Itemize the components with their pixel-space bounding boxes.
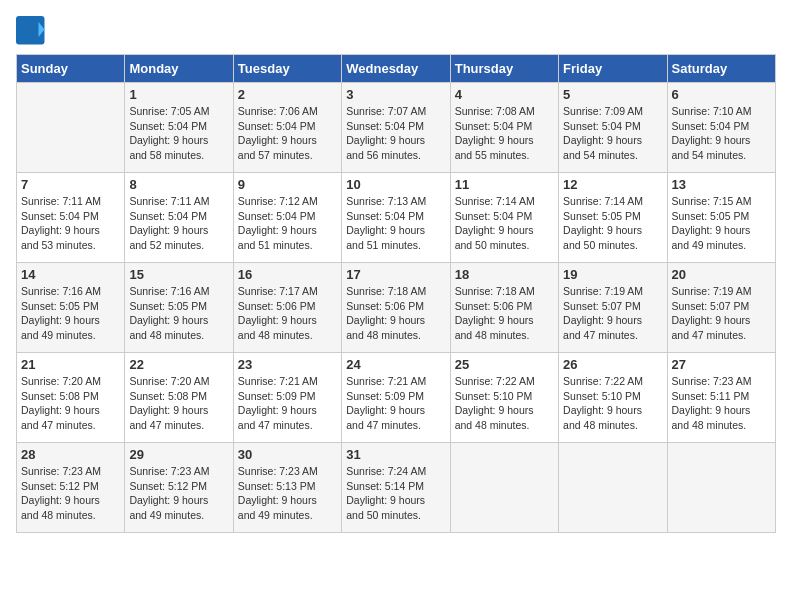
calendar-cell: 15Sunrise: 7:16 AM Sunset: 5:05 PM Dayli… (125, 263, 233, 353)
calendar-week-3: 14Sunrise: 7:16 AM Sunset: 5:05 PM Dayli… (17, 263, 776, 353)
day-info: Sunrise: 7:12 AM Sunset: 5:04 PM Dayligh… (238, 194, 337, 253)
calendar-week-5: 28Sunrise: 7:23 AM Sunset: 5:12 PM Dayli… (17, 443, 776, 533)
day-number: 23 (238, 357, 337, 372)
day-info: Sunrise: 7:10 AM Sunset: 5:04 PM Dayligh… (672, 104, 771, 163)
day-number: 6 (672, 87, 771, 102)
calendar-cell: 10Sunrise: 7:13 AM Sunset: 5:04 PM Dayli… (342, 173, 450, 263)
day-number: 11 (455, 177, 554, 192)
day-info: Sunrise: 7:19 AM Sunset: 5:07 PM Dayligh… (672, 284, 771, 343)
day-info: Sunrise: 7:19 AM Sunset: 5:07 PM Dayligh… (563, 284, 662, 343)
calendar-cell: 12Sunrise: 7:14 AM Sunset: 5:05 PM Dayli… (559, 173, 667, 263)
day-info: Sunrise: 7:18 AM Sunset: 5:06 PM Dayligh… (455, 284, 554, 343)
logo (16, 16, 50, 46)
day-info: Sunrise: 7:24 AM Sunset: 5:14 PM Dayligh… (346, 464, 445, 523)
calendar-cell: 11Sunrise: 7:14 AM Sunset: 5:04 PM Dayli… (450, 173, 558, 263)
calendar-cell: 9Sunrise: 7:12 AM Sunset: 5:04 PM Daylig… (233, 173, 341, 263)
day-info: Sunrise: 7:09 AM Sunset: 5:04 PM Dayligh… (563, 104, 662, 163)
day-info: Sunrise: 7:14 AM Sunset: 5:05 PM Dayligh… (563, 194, 662, 253)
calendar-cell: 23Sunrise: 7:21 AM Sunset: 5:09 PM Dayli… (233, 353, 341, 443)
day-number: 27 (672, 357, 771, 372)
day-number: 7 (21, 177, 120, 192)
calendar-cell: 13Sunrise: 7:15 AM Sunset: 5:05 PM Dayli… (667, 173, 775, 263)
calendar-cell: 31Sunrise: 7:24 AM Sunset: 5:14 PM Dayli… (342, 443, 450, 533)
calendar-cell (450, 443, 558, 533)
calendar-table: SundayMondayTuesdayWednesdayThursdayFrid… (16, 54, 776, 533)
day-info: Sunrise: 7:08 AM Sunset: 5:04 PM Dayligh… (455, 104, 554, 163)
calendar-cell: 27Sunrise: 7:23 AM Sunset: 5:11 PM Dayli… (667, 353, 775, 443)
day-number: 20 (672, 267, 771, 282)
day-info: Sunrise: 7:16 AM Sunset: 5:05 PM Dayligh… (21, 284, 120, 343)
header-tuesday: Tuesday (233, 55, 341, 83)
day-info: Sunrise: 7:23 AM Sunset: 5:12 PM Dayligh… (21, 464, 120, 523)
day-info: Sunrise: 7:11 AM Sunset: 5:04 PM Dayligh… (129, 194, 228, 253)
day-number: 31 (346, 447, 445, 462)
day-info: Sunrise: 7:23 AM Sunset: 5:11 PM Dayligh… (672, 374, 771, 433)
logo-icon (16, 16, 46, 46)
calendar-week-2: 7Sunrise: 7:11 AM Sunset: 5:04 PM Daylig… (17, 173, 776, 263)
day-info: Sunrise: 7:18 AM Sunset: 5:06 PM Dayligh… (346, 284, 445, 343)
day-info: Sunrise: 7:17 AM Sunset: 5:06 PM Dayligh… (238, 284, 337, 343)
day-number: 22 (129, 357, 228, 372)
day-number: 12 (563, 177, 662, 192)
calendar-header-row: SundayMondayTuesdayWednesdayThursdayFrid… (17, 55, 776, 83)
day-info: Sunrise: 7:20 AM Sunset: 5:08 PM Dayligh… (21, 374, 120, 433)
calendar-cell: 6Sunrise: 7:10 AM Sunset: 5:04 PM Daylig… (667, 83, 775, 173)
calendar-cell: 2Sunrise: 7:06 AM Sunset: 5:04 PM Daylig… (233, 83, 341, 173)
day-number: 3 (346, 87, 445, 102)
calendar-cell: 29Sunrise: 7:23 AM Sunset: 5:12 PM Dayli… (125, 443, 233, 533)
day-number: 29 (129, 447, 228, 462)
calendar-cell: 18Sunrise: 7:18 AM Sunset: 5:06 PM Dayli… (450, 263, 558, 353)
day-number: 9 (238, 177, 337, 192)
day-info: Sunrise: 7:15 AM Sunset: 5:05 PM Dayligh… (672, 194, 771, 253)
header-wednesday: Wednesday (342, 55, 450, 83)
day-number: 4 (455, 87, 554, 102)
day-info: Sunrise: 7:16 AM Sunset: 5:05 PM Dayligh… (129, 284, 228, 343)
day-info: Sunrise: 7:23 AM Sunset: 5:13 PM Dayligh… (238, 464, 337, 523)
day-info: Sunrise: 7:21 AM Sunset: 5:09 PM Dayligh… (346, 374, 445, 433)
calendar-cell: 20Sunrise: 7:19 AM Sunset: 5:07 PM Dayli… (667, 263, 775, 353)
calendar-cell (17, 83, 125, 173)
day-number: 26 (563, 357, 662, 372)
day-info: Sunrise: 7:05 AM Sunset: 5:04 PM Dayligh… (129, 104, 228, 163)
day-info: Sunrise: 7:20 AM Sunset: 5:08 PM Dayligh… (129, 374, 228, 433)
calendar-cell: 1Sunrise: 7:05 AM Sunset: 5:04 PM Daylig… (125, 83, 233, 173)
day-info: Sunrise: 7:11 AM Sunset: 5:04 PM Dayligh… (21, 194, 120, 253)
calendar-cell: 22Sunrise: 7:20 AM Sunset: 5:08 PM Dayli… (125, 353, 233, 443)
calendar-cell: 28Sunrise: 7:23 AM Sunset: 5:12 PM Dayli… (17, 443, 125, 533)
page-header (16, 16, 776, 46)
day-number: 15 (129, 267, 228, 282)
day-number: 14 (21, 267, 120, 282)
calendar-cell: 30Sunrise: 7:23 AM Sunset: 5:13 PM Dayli… (233, 443, 341, 533)
day-info: Sunrise: 7:13 AM Sunset: 5:04 PM Dayligh… (346, 194, 445, 253)
calendar-cell (559, 443, 667, 533)
day-number: 19 (563, 267, 662, 282)
day-info: Sunrise: 7:22 AM Sunset: 5:10 PM Dayligh… (563, 374, 662, 433)
day-number: 2 (238, 87, 337, 102)
header-friday: Friday (559, 55, 667, 83)
calendar-cell: 14Sunrise: 7:16 AM Sunset: 5:05 PM Dayli… (17, 263, 125, 353)
day-number: 17 (346, 267, 445, 282)
calendar-cell: 21Sunrise: 7:20 AM Sunset: 5:08 PM Dayli… (17, 353, 125, 443)
day-number: 1 (129, 87, 228, 102)
day-number: 25 (455, 357, 554, 372)
day-info: Sunrise: 7:22 AM Sunset: 5:10 PM Dayligh… (455, 374, 554, 433)
header-sunday: Sunday (17, 55, 125, 83)
calendar-cell: 7Sunrise: 7:11 AM Sunset: 5:04 PM Daylig… (17, 173, 125, 263)
calendar-cell: 19Sunrise: 7:19 AM Sunset: 5:07 PM Dayli… (559, 263, 667, 353)
day-number: 10 (346, 177, 445, 192)
calendar-cell: 16Sunrise: 7:17 AM Sunset: 5:06 PM Dayli… (233, 263, 341, 353)
day-number: 16 (238, 267, 337, 282)
calendar-week-1: 1Sunrise: 7:05 AM Sunset: 5:04 PM Daylig… (17, 83, 776, 173)
day-number: 30 (238, 447, 337, 462)
calendar-cell: 26Sunrise: 7:22 AM Sunset: 5:10 PM Dayli… (559, 353, 667, 443)
calendar-cell: 24Sunrise: 7:21 AM Sunset: 5:09 PM Dayli… (342, 353, 450, 443)
day-number: 5 (563, 87, 662, 102)
calendar-cell: 3Sunrise: 7:07 AM Sunset: 5:04 PM Daylig… (342, 83, 450, 173)
day-info: Sunrise: 7:21 AM Sunset: 5:09 PM Dayligh… (238, 374, 337, 433)
day-number: 13 (672, 177, 771, 192)
calendar-cell: 25Sunrise: 7:22 AM Sunset: 5:10 PM Dayli… (450, 353, 558, 443)
day-number: 28 (21, 447, 120, 462)
header-saturday: Saturday (667, 55, 775, 83)
calendar-cell: 8Sunrise: 7:11 AM Sunset: 5:04 PM Daylig… (125, 173, 233, 263)
calendar-body: 1Sunrise: 7:05 AM Sunset: 5:04 PM Daylig… (17, 83, 776, 533)
